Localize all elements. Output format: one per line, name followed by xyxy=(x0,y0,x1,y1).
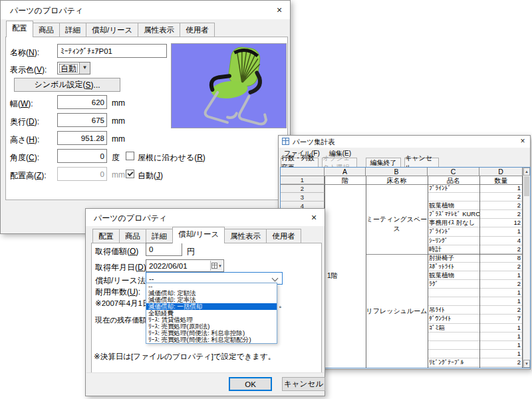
table-row[interactable]: 1 xyxy=(428,297,523,306)
name-input[interactable]: ﾐｰﾃｨﾝｸﾞﾁｪｱP01 xyxy=(57,44,167,58)
dropdown-option[interactable]: -- xyxy=(146,283,277,290)
col-header-b[interactable]: B xyxy=(366,168,428,176)
acquisition-price-input[interactable]: 0 xyxy=(146,243,182,256)
tab-商品[interactable]: 商品 xyxy=(33,23,60,37)
tab-償却/リース[interactable]: 償却/リース xyxy=(86,23,138,37)
item-name-cell[interactable]: ﾌﾞﾗｲﾝﾄﾞ xyxy=(428,227,479,235)
table-row[interactable]: 肘掛椅子8 xyxy=(428,254,523,263)
item-name-cell[interactable] xyxy=(428,341,479,349)
table-row[interactable]: 1 xyxy=(428,350,523,358)
item-name-cell[interactable]: ﾀﾞｳﾝﾗｲﾄ xyxy=(428,315,479,323)
table-row[interactable]: 吊ﾗｲﾄ2 xyxy=(428,306,523,315)
close-icon[interactable]: × xyxy=(271,3,287,17)
item-name-cell[interactable]: 観葉植物 xyxy=(428,201,479,209)
quantity-cell[interactable]: 7 xyxy=(479,315,523,323)
height-input[interactable]: 951.28 xyxy=(57,131,107,145)
quantity-cell[interactable]: 1 xyxy=(479,341,523,349)
corner-header-cell[interactable] xyxy=(281,168,325,176)
quantity-cell[interactable]: 2 xyxy=(479,358,523,366)
angle-input[interactable]: 0 xyxy=(57,149,107,163)
dropdown-option[interactable]: 減価償却: 定率法 xyxy=(146,297,277,303)
tab-使用者[interactable]: 使用者 xyxy=(266,229,301,243)
scroll-down-icon[interactable]: ▼ xyxy=(523,360,530,368)
dropdown-option[interactable]: ﾘｰｽ: 売買処理(簡便法: 利息非控除) xyxy=(146,330,277,336)
table-row[interactable]: ｺﾞﾐ箱1 xyxy=(428,324,523,332)
col-header-a[interactable]: A xyxy=(325,168,366,176)
follow-roof-checkbox[interactable] xyxy=(126,152,134,160)
label-cell-itemname[interactable]: 品名 xyxy=(428,176,479,184)
tab-償却/リース[interactable]: 償却/リース xyxy=(172,227,225,243)
table-row[interactable]: ｽﾎﾟｯﾄﾗｲﾄ2 xyxy=(428,263,523,271)
quantity-cell[interactable]: 1 xyxy=(479,350,523,358)
close-icon[interactable]: × xyxy=(306,211,322,224)
item-name-cell[interactable] xyxy=(428,350,479,358)
quantity-cell[interactable]: 2 xyxy=(479,193,523,201)
table-row[interactable]: 1 xyxy=(428,332,523,341)
quantity-cell[interactable]: 4 xyxy=(479,237,523,245)
date-picker-button[interactable]: ▼ xyxy=(210,261,223,271)
col-header-c[interactable]: C xyxy=(428,168,479,176)
quantity-cell[interactable]: 1 xyxy=(479,297,523,305)
item-name-cell[interactable]: 事務用ｲｽ 肘なし xyxy=(428,219,479,227)
label-cell-floorname[interactable]: 床名称 xyxy=(366,176,428,184)
row-number-cell[interactable]: 1 xyxy=(281,176,325,184)
room-group-cell[interactable]: リフレッシュルーム xyxy=(366,307,428,316)
quantity-cell[interactable]: 2 xyxy=(479,245,523,253)
tab-属性表示[interactable]: 属性表示 xyxy=(138,23,180,37)
quantity-cell[interactable]: 2 xyxy=(479,280,523,288)
dropdown-option[interactable]: ﾘｰｽ: 賃貸借処理 xyxy=(146,317,277,323)
close-icon[interactable]: × xyxy=(517,136,529,147)
dropdown-option[interactable]: 減価償却: 定額法 xyxy=(146,290,277,297)
floor-merged-cell[interactable]: 1階 xyxy=(327,271,354,281)
table-vertical-scrollbar[interactable]: ▲ ▼ xyxy=(523,168,530,368)
table-row[interactable]: 1 xyxy=(428,289,523,297)
label-cell-qty[interactable]: 数量 xyxy=(479,176,523,184)
table-row[interactable]: ｼｰﾘﾝｸﾞ4 xyxy=(428,237,523,245)
item-name-cell[interactable]: ｼｰﾘﾝｸﾞ xyxy=(428,237,479,245)
3d-preview-viewport[interactable] xyxy=(171,43,287,128)
table-row[interactable]: ﾌﾞﾗｲﾝﾄﾞ1 xyxy=(428,184,523,193)
ok-button[interactable]: OK xyxy=(229,377,272,391)
table-row[interactable]: 2 xyxy=(428,193,523,201)
quantity-cell[interactable]: 1 xyxy=(479,332,523,340)
cancel-button[interactable]: キャンセル xyxy=(282,377,325,391)
symbol-settings-button[interactable]: シンボル設定(S)... xyxy=(14,78,120,92)
tab-商品[interactable]: 商品 xyxy=(119,229,146,243)
label-cell-floor[interactable]: 階 xyxy=(325,176,366,184)
quantity-cell[interactable]: 2 xyxy=(479,306,523,314)
item-name-cell[interactable]: ﾌﾟﾗｽﾞﾏﾃﾚﾋﾞ KURO xyxy=(428,210,479,218)
tab-詳細[interactable]: 詳細 xyxy=(59,23,86,37)
window2-titlebar[interactable]: パーツ集計表 × xyxy=(279,136,530,148)
quantity-cell[interactable]: 1 xyxy=(479,271,523,279)
dialog1-titlebar[interactable]: パーツのプロパティ × xyxy=(1,1,290,19)
scrollbar-thumb[interactable] xyxy=(524,176,529,196)
acquisition-date-input[interactable]: 2022/06/01 ▼ xyxy=(146,259,224,272)
quantity-cell[interactable]: 12 xyxy=(479,219,523,227)
quantity-cell[interactable]: 2 xyxy=(479,210,523,218)
item-name-cell[interactable]: 時計 xyxy=(428,245,479,253)
scroll-up-icon[interactable]: ▲ xyxy=(523,168,530,176)
table-row[interactable]: 観葉植物1 xyxy=(428,271,523,280)
table-row[interactable]: 1 xyxy=(428,341,523,350)
item-name-cell[interactable] xyxy=(428,332,479,340)
dropdown-option[interactable]: ﾘｰｽ: 売買処理(原則法) xyxy=(146,323,277,330)
dropdown-option[interactable]: 減価償却: 一括償却 xyxy=(146,303,277,310)
table-row[interactable]: ﾀﾞｳﾝﾗｲﾄ7 xyxy=(428,315,523,323)
tab-配置[interactable]: 配置 xyxy=(92,229,120,243)
table-row[interactable]: ﾌﾞﾗｲﾝﾄﾞ1 xyxy=(428,227,523,236)
table-row[interactable]: 時計2 xyxy=(428,245,523,254)
tab-詳細[interactable]: 詳細 xyxy=(146,229,173,243)
dropdown-option[interactable]: 全額経費 xyxy=(146,310,277,317)
row-number-cell[interactable]: 3 xyxy=(281,193,325,201)
quantity-cell[interactable]: 1 xyxy=(479,324,523,332)
tab-属性表示[interactable]: 属性表示 xyxy=(224,229,267,243)
quantity-cell[interactable]: 8 xyxy=(479,254,523,262)
tab-配置[interactable]: 配置 xyxy=(6,21,33,37)
dialog3-titlebar[interactable]: パーツのプロパティ × xyxy=(86,209,325,226)
col-header-d[interactable]: D xyxy=(479,168,523,176)
table-row[interactable]: 事務用ｲｽ 肘なし12 xyxy=(428,219,523,227)
quantity-cell[interactable]: 1 xyxy=(479,184,523,192)
table-row[interactable]: ﾘﾋﾞﾝｸﾞﾃｰﾌﾞﾙ2 xyxy=(428,358,523,367)
width-input[interactable]: 620 xyxy=(57,95,107,109)
quantity-cell[interactable]: 2 xyxy=(479,201,523,209)
